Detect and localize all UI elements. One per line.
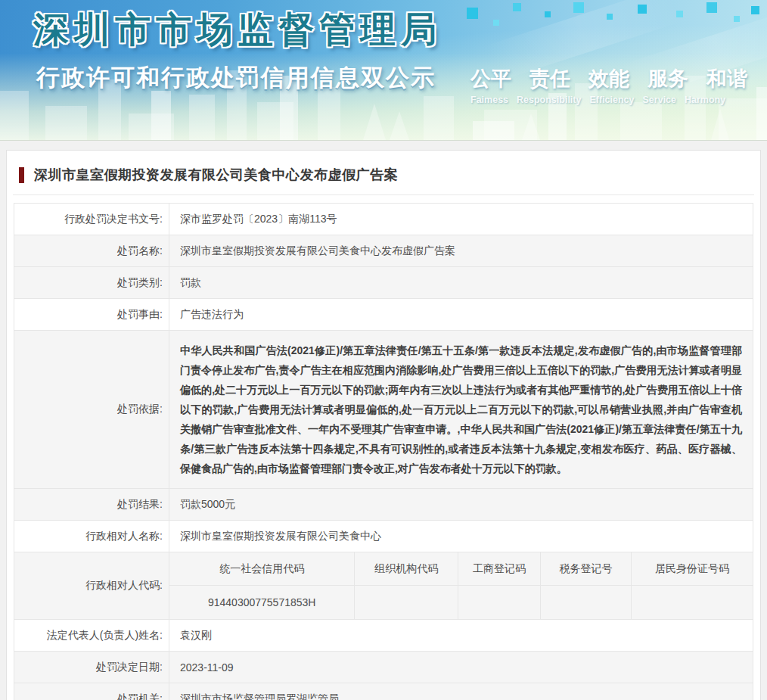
row-label: 处罚名称: [14,235,169,266]
row-label: 处罚机关: [14,683,169,700]
row-value: 袁汉刚 [169,620,753,651]
row-value: 中华人民共和国广告法(2021修正)/第五章法律责任/第五十五条/第一款违反本法… [169,331,753,488]
slogan-word-en: Faimess [470,95,508,105]
decor-pixel [513,3,521,11]
slogan-block: 公平 责任 效能 服务 和谐 Faimess Responsibility Ef… [470,65,750,105]
codes-header-cell: 税务登记号 [540,552,631,586]
case-title-row: 深圳市皇室假期投资发展有限公司美食中心发布虚假广告案 [13,151,754,195]
codes-header-cell: 居民身份证号码 [631,552,753,586]
slogan-word-en: Responsibility [517,95,581,105]
header-banner: 深圳市市场监督管理局 行政许可和行政处罚信用信息双公示 公平 责任 效能 服务 … [0,0,767,141]
codes-value-cell [458,586,540,619]
codes-header-row: 统一社会信用代码 组织机构代码 工商登记码 税务登记号 居民身份证号码 [169,552,753,586]
row-label: 处罚事由: [14,299,169,330]
decor-pixel [751,6,759,14]
penalty-info-table: 行政处罚决定书文号: 深市监罗处罚〔2023〕南湖113号 处罚名称: 深圳市皇… [14,203,753,700]
row-label: 处罚决定日期: [14,652,169,683]
row-label: 行政相对人代码: [14,552,169,619]
table-row-party-codes: 行政相对人代码: 统一社会信用代码 组织机构代码 工商登记码 税务登记号 居民身… [14,552,753,620]
slogan-word-en: Service [643,95,676,105]
codes-value-cell [354,586,457,619]
slogan-word-en: Harmony [685,95,725,105]
row-value: 罚款 [169,267,753,298]
decor-pixel [545,11,551,17]
slogan-word: 和谐 [706,65,747,92]
row-label: 处罚类别: [14,267,169,298]
slogan-word: 责任 [529,65,570,92]
table-row-penalty-result: 处罚结果: 罚款5000元 [14,489,753,521]
codes-value-cell [540,586,631,619]
slogan-chinese: 公平 责任 效能 服务 和谐 [470,65,750,92]
row-value: 深圳市市场监督管理局罗湖监管局 [169,683,753,700]
codes-value-row: 91440300775571853H [169,586,753,619]
table-row-penalty-category: 处罚类别: 罚款 [14,267,753,299]
row-value: 罚款5000元 [169,489,753,520]
row-value: 广告违法行为 [169,299,753,330]
row-label: 处罚依据: [14,331,169,488]
table-row-penalty-reason: 处罚事由: 广告违法行为 [14,299,753,331]
row-label: 处罚结果: [14,489,169,520]
row-value: 2023-11-09 [169,652,753,683]
table-row-decision-date: 处罚决定日期: 2023-11-09 [14,652,753,683]
row-value: 深圳市皇室假期投资发展有限公司美食中心 [169,521,753,552]
decor-pixel [734,16,740,22]
table-row-penalty-name: 处罚名称: 深圳市皇室假期投资发展有限公司美食中心发布虚假广告案 [14,235,753,267]
table-row-party-name: 行政相对人名称: 深圳市皇室假期投资发展有限公司美食中心 [14,521,753,552]
table-row-penalty-authority: 处罚机关: 深圳市市场监督管理局罗湖监管局 [14,683,753,700]
agency-title: 深圳市市场监督管理局 [33,6,442,54]
decor-pixel [573,2,584,13]
slogan-word: 服务 [647,65,688,92]
codes-subtable: 统一社会信用代码 组织机构代码 工商登记码 税务登记号 居民身份证号码 9144… [169,552,753,619]
decor-pixel [467,8,478,19]
table-row-decision-number: 行政处罚决定书文号: 深市监罗处罚〔2023〕南湖113号 [14,204,753,235]
codes-value-cell: 91440300775571853H [169,586,354,619]
content-panel: 深圳市皇室假期投资发展有限公司美食中心发布虚假广告案 行政处罚决定书文号: 深市… [6,150,761,700]
table-row-penalty-basis: 处罚依据: 中华人民共和国广告法(2021修正)/第五章法律责任/第五十五条/第… [14,331,753,489]
slogan-word: 效能 [588,65,629,92]
row-label: 行政处罚决定书文号: [14,204,169,235]
table-row-legal-representative: 法定代表人(负责人)姓名: 袁汉刚 [14,620,753,652]
codes-header-cell: 统一社会信用代码 [169,552,354,586]
slogan-word: 公平 [470,65,511,92]
row-value: 深圳市皇室假期投资发展有限公司美食中心发布虚假广告案 [169,235,753,266]
row-label: 法定代表人(负责人)姓名: [14,620,169,651]
title-accent-bar [19,167,24,183]
slogan-english: Faimess Responsibility Efficiency Servic… [470,95,750,105]
case-title: 深圳市皇室假期投资发展有限公司美食中心发布虚假广告案 [34,166,398,184]
decor-pixel [607,14,613,20]
codes-header-cell: 工商登记码 [458,552,540,586]
row-value: 深市监罗处罚〔2023〕南湖113号 [169,204,753,235]
banner-subtitle: 行政许可和行政处罚信用信息双公示 [36,62,436,94]
slogan-word-en: Efficiency [589,95,634,105]
decor-pixel [493,20,499,26]
decor-pixel [706,2,717,13]
codes-value-cell [631,586,753,619]
decor-pixel [638,5,647,14]
row-label: 行政相对人名称: [14,521,169,552]
decor-pixel [676,11,683,17]
codes-header-cell: 组织机构代码 [354,552,457,586]
